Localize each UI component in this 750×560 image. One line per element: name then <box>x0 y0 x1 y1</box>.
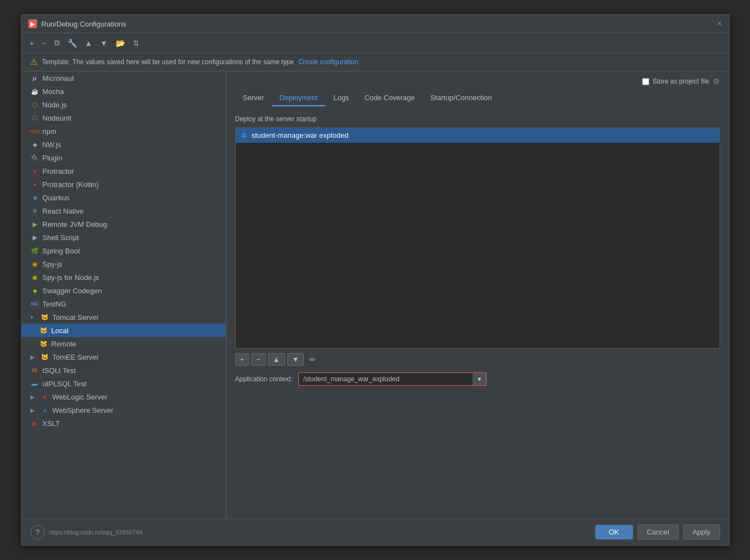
tomcat-server-arrow: ▾ <box>30 314 37 320</box>
sidebar-label-spring-boot: Spring Boot <box>43 247 80 255</box>
sidebar-label-tomcat-server: Tomcat Server <box>53 313 99 322</box>
app-context-input[interactable] <box>299 373 473 385</box>
tab-startup-connection[interactable]: Startup/Connection <box>422 90 499 106</box>
sidebar-item-swagger-codegen[interactable]: ◈ Swagger Codegen <box>22 284 226 297</box>
sidebar-item-nodejs[interactable]: ⬡ Node.js <box>22 98 226 111</box>
sidebar-item-weblogic-server[interactable]: ▶ ● WebLogic Server <box>22 390 226 403</box>
right-panel: Store as project file ⚙ Server Deploymen… <box>226 71 729 518</box>
sidebar-item-micronaut[interactable]: μ Micronaut <box>22 71 226 85</box>
sidebar-label-utplsql-test: utPLSQL Test <box>43 380 87 388</box>
folder-button[interactable]: 📂 <box>113 37 128 49</box>
tomcat-server-icon: 🐱 <box>40 313 49 322</box>
deploy-list-toolbar: + − ▲ ▼ ✏ <box>235 353 720 370</box>
dialog-title: Run/Debug Configurations <box>42 20 126 28</box>
app-context-dropdown-button[interactable]: ▼ <box>473 373 486 385</box>
sidebar-item-local[interactable]: 🐱 Local <box>22 324 226 337</box>
tab-server[interactable]: Server <box>235 90 272 106</box>
gear-icon[interactable]: ⚙ <box>713 77 720 86</box>
move-down-button[interactable]: ▼ <box>97 37 111 49</box>
tomee-server-icon: 🐱 <box>40 352 49 361</box>
weblogic-server-arrow: ▶ <box>30 394 37 400</box>
sidebar-label-websphere-server: WebSphere Server <box>53 406 113 414</box>
run-debug-dialog: ▶ Run/Debug Configurations × + − ⧉ 🔧 ▲ ▼… <box>21 14 730 546</box>
sidebar-item-spy-js-node[interactable]: ◉ Spy-js for Node.js <box>22 271 226 284</box>
copy-config-button[interactable]: ⧉ <box>51 37 63 49</box>
app-context-label: Application context: <box>235 375 293 383</box>
tab-logs[interactable]: Logs <box>325 90 356 106</box>
sidebar-item-utplsql-test[interactable]: ▬ utPLSQL Test <box>22 377 226 390</box>
sidebar-item-react-native[interactable]: ⚛ React Native <box>22 204 226 217</box>
deploy-remove-button[interactable]: − <box>251 353 266 366</box>
nwjs-icon: ◈ <box>30 140 39 149</box>
app-context-input-wrap: ▼ <box>298 372 487 386</box>
spring-boot-icon: 🌿 <box>30 246 39 255</box>
footer: ? https://blog.csdn.net/qq_37855749 OK C… <box>22 518 729 545</box>
utplsql-test-icon: ▬ <box>30 379 39 388</box>
sidebar-item-websphere-server[interactable]: ▶ ◈ WebSphere Server <box>22 403 226 417</box>
sidebar: μ Micronaut ☕ Mocha ⬡ Node.js ⬡ Nodeunit… <box>22 71 226 518</box>
cancel-button[interactable]: Cancel <box>638 525 679 540</box>
footer-link: https://blog.csdn.net/qq_37855749 <box>49 529 591 536</box>
local-icon: 🐱 <box>39 326 48 335</box>
nodejs-icon: ⬡ <box>30 100 39 109</box>
deploy-item-icon: ⚙ <box>241 132 247 139</box>
store-file-row: Store as project file ⚙ <box>642 77 720 86</box>
nodeunit-icon: ⬡ <box>30 113 39 122</box>
sidebar-item-tomcat-server[interactable]: ▾ 🐱 Tomcat Server <box>22 310 226 324</box>
quarkus-icon: ◈ <box>30 193 39 202</box>
remove-config-button[interactable]: − <box>39 37 49 49</box>
sidebar-item-remote-jvm-debug[interactable]: ▶ Remote JVM Debug <box>22 217 226 231</box>
sidebar-label-tomee-server: TomEE Server <box>53 353 99 361</box>
sidebar-item-tsqlt-test[interactable]: tS tSQLt Test <box>22 364 226 377</box>
sidebar-label-spy-js-node: Spy-js for Node.js <box>43 273 100 282</box>
sidebar-item-remote[interactable]: 🐱 Remote <box>22 337 226 350</box>
main-content: μ Micronaut ☕ Mocha ⬡ Node.js ⬡ Nodeunit… <box>22 71 729 518</box>
help-button[interactable]: ? <box>30 525 45 540</box>
testng-icon: NG <box>30 299 39 308</box>
tab-deployment[interactable]: Deployment <box>272 90 325 106</box>
sidebar-item-xslt[interactable]: ▶ XSLT <box>22 417 226 430</box>
shell-script-icon: ▶ <box>30 233 39 242</box>
store-as-project-file-checkbox[interactable] <box>642 78 649 85</box>
sidebar-item-spy-js[interactable]: ◉ Spy-js <box>22 257 226 271</box>
tab-code-coverage[interactable]: Code Coverage <box>356 90 422 106</box>
ok-button[interactable]: OK <box>595 525 633 540</box>
tomee-server-arrow: ▶ <box>30 354 37 360</box>
close-button[interactable]: × <box>717 19 722 28</box>
deploy-up-button[interactable]: ▲ <box>268 353 285 366</box>
sort-button[interactable]: ⇅ <box>130 37 142 49</box>
sidebar-item-nodeunit[interactable]: ⬡ Nodeunit <box>22 111 226 125</box>
sidebar-item-plugin[interactable]: 🔌 Plugin <box>22 151 226 164</box>
title-bar-left: ▶ Run/Debug Configurations <box>28 19 126 28</box>
sidebar-label-npm: npm <box>43 127 56 136</box>
sidebar-label-spy-js: Spy-js <box>43 260 63 268</box>
apply-button[interactable]: Apply <box>683 525 720 540</box>
deploy-add-button[interactable]: + <box>235 353 250 366</box>
deploy-down-button[interactable]: ▼ <box>287 353 304 366</box>
sidebar-item-tomee-server[interactable]: ▶ 🐱 TomEE Server <box>22 350 226 364</box>
add-config-button[interactable]: + <box>27 37 37 49</box>
deploy-edit-button[interactable]: ✏ <box>306 354 319 366</box>
sidebar-label-micronaut: Micronaut <box>43 74 74 82</box>
sidebar-item-spring-boot[interactable]: 🌿 Spring Boot <box>22 244 226 257</box>
sidebar-item-testng[interactable]: NG TestNG <box>22 297 226 310</box>
sidebar-label-quarkus: Quarkus <box>43 194 70 202</box>
sidebar-item-quarkus[interactable]: ◈ Quarkus <box>22 191 226 204</box>
right-top: Store as project file ⚙ <box>226 71 729 86</box>
create-configuration-link[interactable]: Create configuration <box>298 58 358 66</box>
title-bar: ▶ Run/Debug Configurations × <box>22 15 729 33</box>
sidebar-label-remote-jvm-debug: Remote JVM Debug <box>43 220 107 229</box>
sidebar-item-protractor-kotlin[interactable]: ● Protractor (Kotlin) <box>22 178 226 191</box>
sidebar-label-nodejs: Node.js <box>43 101 67 109</box>
sidebar-item-npm[interactable]: npm npm <box>22 125 226 138</box>
warning-text: Template. The values saved here will be … <box>42 58 294 66</box>
sidebar-label-shell-script: Shell Script <box>43 234 79 242</box>
sidebar-item-mocha[interactable]: ☕ Mocha <box>22 85 226 98</box>
sidebar-item-nwjs[interactable]: ◈ NW.js <box>22 138 226 151</box>
sidebar-item-protractor[interactable]: ● Protractor <box>22 164 226 178</box>
wrench-button[interactable]: 🔧 <box>65 37 80 49</box>
warning-bar: ⚠ Template. The values saved here will b… <box>22 53 729 71</box>
move-up-button[interactable]: ▲ <box>82 37 95 49</box>
deploy-item-student-manage[interactable]: ⚙ student-manage:war exploded <box>236 128 720 143</box>
sidebar-item-shell-script[interactable]: ▶ Shell Script <box>22 231 226 244</box>
